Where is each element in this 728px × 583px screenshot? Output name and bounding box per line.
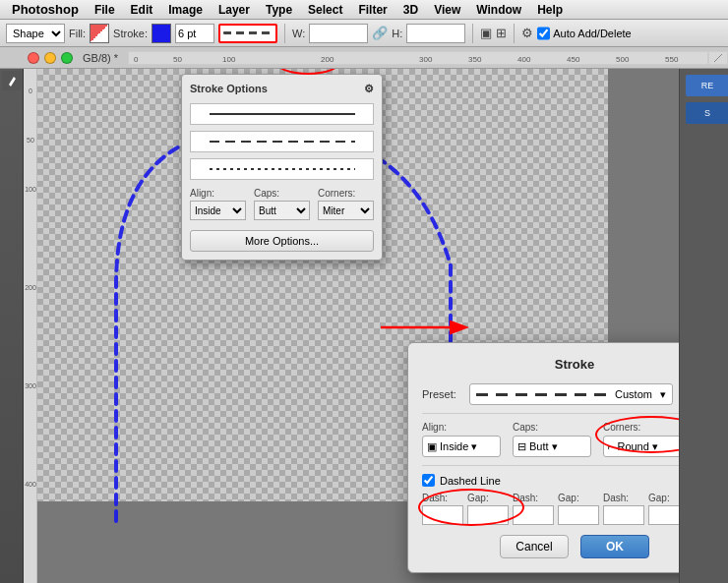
- menu-layer[interactable]: Layer: [211, 3, 258, 17]
- gap1-input[interactable]: 4: [467, 505, 509, 525]
- svg-text:450: 450: [567, 55, 580, 64]
- dashed-line-checkbox[interactable]: [422, 474, 435, 487]
- dash-gap-container: Dash: 6 Gap: 4 Dash: Gap:: [422, 493, 679, 525]
- dotted-line-preview: [210, 168, 355, 170]
- gap2-label: Gap:: [558, 493, 599, 503]
- gap2-group: Gap:: [558, 493, 599, 525]
- popup-gear-icon[interactable]: ⚙: [364, 83, 374, 95]
- stroke-color-swatch[interactable]: [152, 24, 171, 43]
- minimize-button[interactable]: [44, 52, 56, 64]
- menu-type[interactable]: Type: [258, 3, 300, 17]
- gap3-label: Gap:: [648, 493, 679, 503]
- corners-chevron-icon: ▾: [652, 440, 658, 453]
- width-input[interactable]: 506 px: [309, 24, 368, 43]
- menu-3d[interactable]: 3D: [395, 3, 426, 17]
- gap1-group: Gap: 4: [467, 493, 509, 525]
- layers-panel-btn[interactable]: RE: [686, 75, 728, 96]
- auto-add-delete-label: Auto Add/Delete: [553, 28, 632, 39]
- corners-label: Corners:: [318, 188, 374, 199]
- corners-select[interactable]: MiterRoundBevel: [318, 201, 374, 220]
- align-selector[interactable]: ▣ Inside ▾: [422, 436, 501, 457]
- tool-pen[interactable]: [2, 71, 22, 90]
- align-dialog-label: Align:: [422, 422, 501, 433]
- app-name: Photoshop: [4, 2, 87, 17]
- menu-view[interactable]: View: [426, 3, 468, 17]
- ok-button[interactable]: OK: [580, 535, 649, 558]
- svg-text:50: 50: [27, 137, 34, 144]
- menu-image[interactable]: Image: [160, 3, 211, 17]
- shape-select[interactable]: Shape: [6, 24, 65, 43]
- panel-btn-2[interactable]: S: [686, 102, 728, 124]
- stroke-label: Stroke:: [113, 28, 148, 39]
- gap3-group: Gap:: [648, 493, 679, 525]
- svg-text:300: 300: [419, 55, 433, 64]
- toolbar: Shape Fill: Stroke: W: 506 px 🔗 H: 413.4…: [0, 20, 728, 47]
- annotation-arrow: [376, 313, 474, 342]
- traffic-lights: [28, 52, 73, 64]
- more-options-button[interactable]: More Options...: [190, 230, 374, 252]
- maximize-button[interactable]: [61, 52, 73, 64]
- caps-selector[interactable]: ⊟ Butt ▾: [513, 436, 591, 457]
- ruler-corner: [708, 51, 728, 65]
- right-panel: RE S: [679, 69, 728, 583]
- stroke-size-input[interactable]: [175, 24, 214, 43]
- preset-selector[interactable]: Custom ▾: [469, 383, 673, 405]
- align-select[interactable]: InsideCenterOutside: [190, 201, 246, 220]
- svg-text:50: 50: [173, 55, 182, 64]
- menu-filter[interactable]: Filter: [350, 3, 394, 17]
- dash3-label: Dash:: [603, 493, 644, 503]
- canvas-area: 0 50 100 200 300 400 Stroke Options ⚙: [24, 69, 679, 583]
- align-icon[interactable]: ▣: [480, 26, 492, 40]
- stroke-dotted-option[interactable]: [190, 158, 374, 180]
- cancel-button[interactable]: Cancel: [500, 535, 569, 558]
- divider-2: [422, 465, 679, 466]
- main-area: 0 50 100 200 300 400 Stroke Options ⚙: [0, 69, 728, 583]
- menu-window[interactable]: Window: [468, 3, 529, 17]
- corners-dialog-label: Corners:: [603, 422, 679, 433]
- gear-icon[interactable]: ⚙: [521, 26, 533, 40]
- caps-icon: ⊟: [517, 440, 526, 453]
- svg-text:500: 500: [616, 55, 630, 64]
- dash3-input[interactable]: [603, 505, 644, 525]
- caps-label: Caps:: [254, 188, 310, 199]
- corners-control: Corners: MiterRoundBevel: [318, 188, 374, 220]
- fill-color-swatch[interactable]: [90, 24, 109, 43]
- close-button[interactable]: [28, 52, 39, 64]
- divider-1: [422, 413, 679, 414]
- align-caps-corners-row: Align: ▣ Inside ▾ Caps: ⊟ Butt ▾: [422, 422, 679, 457]
- link-icon[interactable]: 🔗: [372, 26, 388, 40]
- svg-text:350: 350: [468, 55, 482, 64]
- height-label: H:: [392, 28, 402, 39]
- menu-edit[interactable]: Edit: [123, 3, 161, 17]
- svg-text:400: 400: [25, 481, 36, 488]
- dash2-input[interactable]: [513, 505, 554, 525]
- svg-text:0: 0: [29, 87, 32, 94]
- preset-value: Custom: [615, 388, 652, 400]
- dash1-group: Dash: 6: [422, 493, 463, 525]
- menu-select[interactable]: Select: [300, 3, 350, 17]
- caps-select[interactable]: ButtRoundSquare: [254, 201, 310, 220]
- caps-control: Caps: ButtRoundSquare: [254, 188, 310, 220]
- distribute-icon[interactable]: ⊞: [496, 26, 507, 40]
- dash1-label: Dash:: [422, 493, 463, 503]
- gap3-input[interactable]: [648, 505, 679, 525]
- stroke-style-preview[interactable]: [218, 24, 277, 43]
- align-icon: ▣: [427, 440, 437, 453]
- preset-chevron-icon: ▾: [660, 388, 666, 401]
- dashed-line-label[interactable]: Dashed Line: [440, 475, 501, 487]
- stroke-dashed-option[interactable]: [190, 131, 374, 152]
- gap1-label: Gap:: [467, 493, 509, 503]
- auto-add-delete-checkbox[interactable]: [537, 24, 550, 43]
- menu-file[interactable]: File: [87, 3, 123, 17]
- menu-help[interactable]: Help: [529, 3, 571, 17]
- caps-dialog-label: Caps:: [513, 422, 591, 433]
- auto-add-delete-checkbox-label[interactable]: Auto Add/Delete: [537, 24, 632, 43]
- corners-selector[interactable]: ⌐ Round ▾: [603, 436, 679, 457]
- gap2-input[interactable]: [558, 505, 599, 525]
- separator-1: [284, 24, 285, 43]
- dash1-input[interactable]: 6: [422, 505, 463, 525]
- height-input[interactable]: 413.47 px: [406, 24, 465, 43]
- stroke-solid-option[interactable]: [190, 103, 374, 125]
- canvas-tab[interactable]: GB/8) *: [83, 52, 118, 64]
- align-value: Inside: [440, 440, 468, 452]
